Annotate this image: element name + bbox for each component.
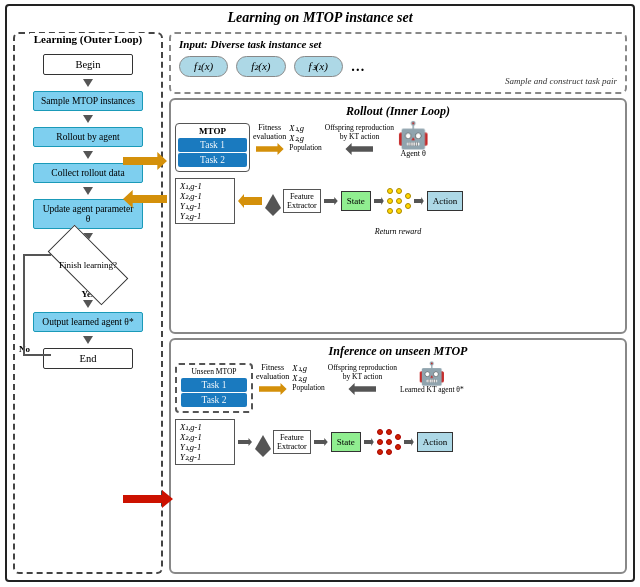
data-var-1: X₁,g-1 [180,181,230,191]
pentagon-bottom [265,208,281,216]
mtop-box: MTOP Task 1 Task 2 [175,123,250,172]
func-2: f₂(x) [236,56,285,77]
inf-data-var-4: Y₂,g-1 [180,452,230,462]
offspring-arrow [345,143,373,155]
agent-label: Agent θ [400,149,425,158]
sample-box: Sample MTOP instances [33,91,143,111]
finish-diamond: Finish learning? [43,243,133,287]
arrow-down-7 [83,336,93,344]
inf-nn-dot-4 [386,429,392,435]
inf-fitness-block: Fitnessevaluation [256,363,289,395]
inf-data-var-2: X₂,g-1 [180,432,230,442]
arrow-down-3 [83,151,93,159]
inf-pentagon [255,435,271,449]
unseen-mtop-box: Unseen MTOP Task 1 Task 2 [175,363,253,413]
nn-dot-8 [405,203,411,209]
arrow-down-6 [83,300,93,308]
state-to-nn-arrow [374,197,384,205]
inf-offspring-block: Offspring reproductionby KT action [328,363,397,395]
pop-var-2: X₂,g [289,133,322,143]
offspring-label: Offspring reproductionby KT action [325,123,394,141]
inf-nn-to-action-arrow [404,438,414,446]
inf-pentagon-bottom [255,449,271,457]
offspring-block: Offspring reproductionby KT action [325,123,394,155]
inf-feature-group: FeatureExtractor [255,430,311,454]
inf-pop-var-2: X₂,g [292,373,325,383]
feature-group: FeatureExtractor [265,189,321,213]
nn-to-action-arrow [414,197,424,205]
data-var-2: X₂,g-1 [180,191,230,201]
inf-nn-dot-1 [377,429,383,435]
nn-dot-2 [387,198,393,204]
fitness-arrow [256,143,284,155]
feature-box: FeatureExtractor [283,189,321,213]
inf-state-box: State [331,432,361,452]
inf-nn-layer-3 [395,434,401,450]
rollout-box: Rollout by agent [33,127,143,147]
rollout-title: Rollout (Inner Loop) [175,104,621,119]
no-loop-line-h2 [23,354,51,356]
inf-agent-label: Learned KT agent θ* [400,385,464,394]
inf-action-box: Action [417,432,454,452]
inf-nn-layer-1 [377,429,383,455]
no-loop-line-h [23,254,51,256]
inf-data-var-1: X₁,g-1 [180,422,230,432]
unseen-label: Unseen MTOP [181,367,247,376]
arrow-down-2 [83,115,93,123]
nn-layer-2 [396,188,402,214]
left-panel-title: Learning (Outer Loop) [30,33,147,45]
inf-nn-dot-3 [377,449,383,455]
inf-data-var-3: Y₁,g-1 [180,442,230,452]
inf-nn-dot-8 [395,444,401,450]
input-bold: Input [179,38,204,50]
output-to-inference-arrow [123,490,173,508]
inf-offspring-arrow [348,383,376,395]
inference-title: Inference on unseen MTOP [175,344,621,359]
collect-box: Collect rollout data [33,163,143,183]
state-box: State [341,191,371,211]
nn-dot-7 [405,193,411,199]
nn-dot-1 [387,188,393,194]
pop-var-1: X₁,g [289,123,322,133]
inf-feature-box: FeatureExtractor [273,430,311,454]
inf-population-top: X₁,g X₂,g Population [292,363,325,392]
inf-feature-to-state-arrow [314,438,328,446]
inf-fitness-arrow [259,383,287,395]
input-functions: f₁(x) f₂(x) f₃(x) … [179,56,617,77]
arrow-down-4 [83,187,93,195]
inf-offspring-label: Offspring reproductionby KT action [328,363,397,381]
input-title: Input: Diverse task instance set [179,38,617,50]
inf-nn-dot-2 [377,439,383,445]
fitness-label: Fitnessevaluation [253,123,286,141]
rollout-bottom-row: X₁,g-1 X₂,g-1 Y₁,g-1 Y₂,g-1 FeatureExtra… [175,178,621,224]
inf-data-matrix: X₁,g-1 X₂,g-1 Y₁,g-1 Y₂,g-1 [175,419,235,465]
diamond-text: Finish learning? [59,260,117,270]
inf-neural-net [364,429,414,455]
action-box: Action [427,191,464,211]
nn-dot-6 [396,208,402,214]
inf-pop-var-1: X₁,g [292,363,325,373]
dots: … [351,59,365,75]
main-content: Learning (Outer Loop) Begin Sample MTOP … [7,28,633,578]
arrow-down-1 [83,79,93,87]
inference-top-row: Unseen MTOP Task 1 Task 2 Fitnessevaluat… [175,363,621,413]
rollout-section: Rollout (Inner Loop) MTOP Task 1 Task 2 … [169,98,627,334]
main-container: Learning on MTOP instance set Learning (… [5,4,635,582]
task1-box: Task 1 [178,138,247,152]
inf-task2-box: Task 2 [181,393,247,407]
left-panel: Learning (Outer Loop) Begin Sample MTOP … [13,32,163,574]
nn-layer-3 [405,193,411,209]
func-3: f₃(x) [294,56,343,77]
output-box: Output learned agent θ* [33,312,143,332]
nn-dot-4 [396,188,402,194]
end-box: End [43,348,133,369]
update-box: Update agent parameter θ [33,199,143,229]
inf-agent-block: 🤖 Learned KT agent θ* [400,363,464,394]
inf-data-arrow [238,438,252,446]
population-top: X₁,g X₂,g Population [289,123,322,152]
main-title: Learning on MTOP instance set [7,6,633,28]
agent-icon: 🤖 [397,123,429,149]
data-collect-arrow [238,194,262,208]
inf-agent-icon: 🤖 [418,363,445,385]
inf-state-to-nn-arrow [364,438,374,446]
